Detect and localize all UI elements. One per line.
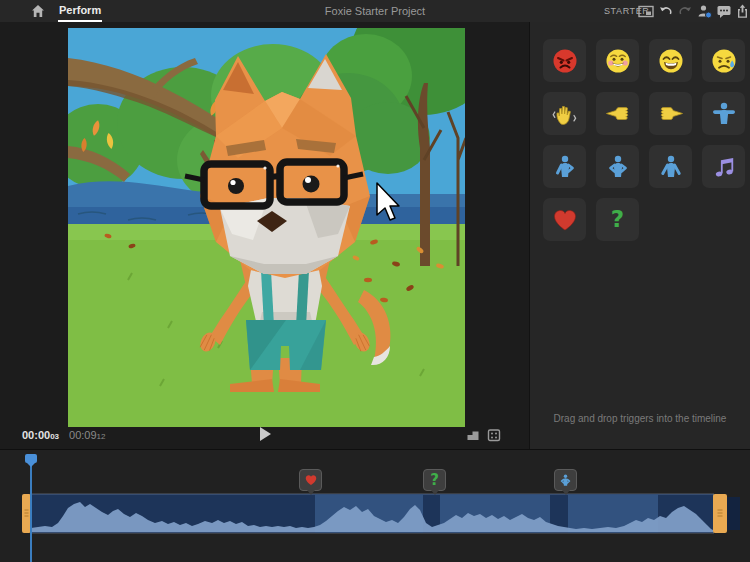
pip-view-button[interactable]	[638, 4, 654, 19]
playhead-line	[30, 455, 32, 562]
trigger-sad-tear-face[interactable]	[702, 39, 745, 82]
grinning-face-icon	[657, 47, 685, 75]
timeline-marker-pose[interactable]	[554, 469, 577, 491]
music-notes-icon	[710, 153, 738, 181]
triggers-hint: Drag and drop triggers into the timeline	[530, 413, 750, 424]
hand-on-hip-pose-icon	[551, 153, 579, 181]
audio-clip-waveform	[0, 450, 750, 562]
trigger-t-pose[interactable]	[702, 92, 745, 135]
playhead-handle[interactable]	[25, 454, 37, 463]
question-mark-icon: ?	[430, 473, 439, 488]
trigger-question-mark[interactable]: ?	[596, 198, 639, 241]
home-icon	[30, 4, 46, 18]
puppet-icon	[697, 4, 712, 19]
share-icon	[736, 4, 749, 18]
current-frames: 03	[50, 432, 59, 441]
hands-on-hips-pose-icon	[558, 473, 573, 488]
trigger-waving-hand[interactable]	[543, 92, 586, 135]
feedback-button[interactable]	[716, 4, 732, 19]
grid-texture-icon	[487, 428, 501, 442]
trigger-heart[interactable]	[543, 198, 586, 241]
puppet-button[interactable]	[697, 4, 713, 19]
question-mark-icon: ?	[611, 208, 624, 231]
undo-button[interactable]	[659, 4, 675, 19]
trigger-point-right-hand[interactable]	[649, 92, 692, 135]
t-pose-icon	[710, 100, 738, 128]
sad-tear-face-icon	[710, 47, 738, 75]
play-button[interactable]	[258, 426, 276, 444]
trigger-flushed-smile-face[interactable]	[596, 39, 639, 82]
feedback-bubble-icon	[716, 4, 732, 19]
trigger-arms-down-pose[interactable]	[649, 145, 692, 188]
stage-canvas[interactable]	[68, 28, 465, 427]
texture-toggle-button[interactable]	[487, 428, 501, 442]
trigger-grinning-face[interactable]	[649, 39, 692, 82]
trigger-hands-on-hips-pose[interactable]	[596, 145, 639, 188]
duration-time: 00:09	[69, 429, 97, 441]
redo-button[interactable]	[678, 4, 694, 19]
timecode-display: 00:000300:0912	[22, 429, 105, 441]
angry-face-icon	[551, 47, 579, 75]
trigger-music-notes[interactable]	[702, 145, 745, 188]
waving-hand-icon	[551, 100, 579, 128]
play-icon	[258, 426, 273, 442]
hands-on-hips-pose-icon	[604, 153, 632, 181]
pip-view-icon	[638, 4, 654, 19]
heart-icon	[551, 206, 579, 234]
timeline-marker-question[interactable]: ?	[423, 469, 446, 491]
trigger-angry-face[interactable]	[543, 39, 586, 82]
redo-icon	[678, 4, 692, 18]
point-left-hand-icon	[604, 100, 632, 128]
scene-viewer-pane: 00:000300:0912	[0, 22, 529, 449]
scene-artwork	[68, 28, 465, 427]
heart-icon	[304, 473, 318, 487]
steps-icon	[466, 428, 480, 442]
timeline-panel[interactable]: ?	[0, 449, 750, 562]
top-bar: Perform Foxie Starter Project STARTER	[0, 0, 750, 23]
home-button[interactable]	[30, 4, 46, 18]
share-button[interactable]	[736, 4, 750, 19]
flushed-smile-face-icon	[604, 47, 632, 75]
current-time: 00:00	[22, 429, 50, 441]
duration-frames: 12	[97, 432, 106, 441]
trigger-hand-on-hip-pose[interactable]	[543, 145, 586, 188]
trigger-point-left-hand[interactable]	[596, 92, 639, 135]
arms-down-pose-icon	[657, 153, 685, 181]
tab-perform[interactable]: Perform	[58, 0, 102, 22]
undo-icon	[659, 4, 673, 18]
clip-steps-button[interactable]	[466, 428, 480, 442]
point-right-hand-icon	[657, 100, 685, 128]
triggers-panel: ? Drag and drop triggers into the timeli…	[529, 22, 750, 449]
timeline-marker-heart[interactable]	[299, 469, 322, 491]
